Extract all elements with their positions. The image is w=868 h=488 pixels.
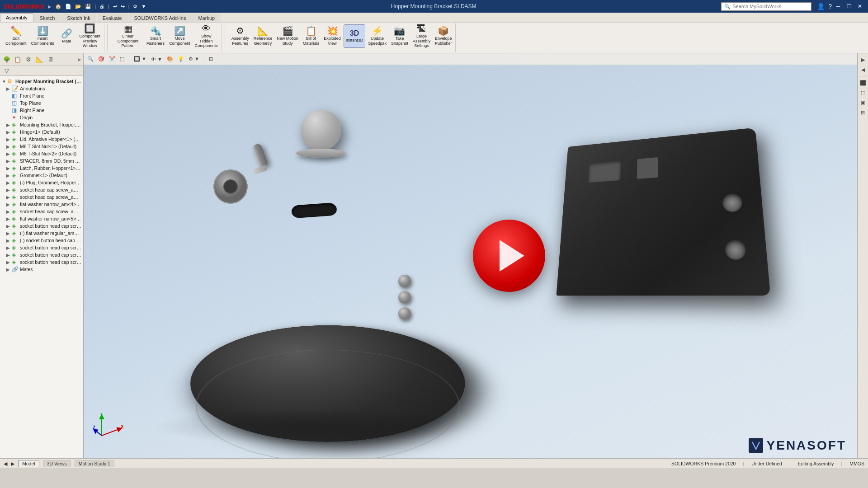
tab-sketch-ink[interactable]: Sketch Ink [61, 14, 96, 22]
undo-btn[interactable]: ↩ [113, 4, 117, 9]
tree-item-spacer[interactable]: ▶ ◈ SPACER, 8mm OD, 5mm LONG, M... [0, 157, 83, 164]
tree-item-button-screw2[interactable]: ▶ ◈ socket button head cap screw_am... [0, 244, 83, 251]
rt-view4-btn[interactable]: ⊞ [859, 108, 868, 117]
exploded-view-btn[interactable]: 💥 ExplodedView [322, 24, 343, 48]
minimize-btn[interactable]: ─ [834, 2, 843, 11]
featuretree-icon[interactable]: 🌳 [2, 55, 12, 65]
button-screw3-toggle[interactable]: ▶ [6, 253, 12, 258]
tree-item-washer4[interactable]: ▶ ◈ flat washer narrow_am<4> (B18.2... [0, 201, 83, 208]
tree-item-right-plane[interactable]: ◨ Right Plane [0, 107, 83, 114]
tab-sketch[interactable]: Sketch [34, 14, 61, 22]
instant3d-btn[interactable]: 3D Instant3D [344, 24, 366, 48]
mate-btn[interactable]: 🔗 Mate [57, 24, 77, 48]
restore-btn[interactable]: ❐ [844, 2, 854, 11]
save-btn[interactable]: 💾 [85, 4, 91, 9]
user-icon[interactable]: 👤 [817, 3, 825, 10]
tree-item-m6nut1[interactable]: ▶ ◈ M6 T-Slot Nut<1> (Default) [0, 143, 83, 150]
redo-btn[interactable]: ↪ [121, 4, 125, 9]
tree-item-top-plane[interactable]: ◫ Top Plane [0, 99, 83, 107]
tree-item-lid[interactable]: ▶ ◈ Lid, Abrasive Hopper<1> (Default... [0, 136, 83, 143]
panel-collapse-arrow[interactable]: ▶ [78, 57, 81, 62]
tab-motion-study-1[interactable]: Motion Study 1 [75, 460, 114, 467]
feature-tree[interactable]: ▼ ⚙ Hopper Mounting Bracket (Default) ▶ … [0, 76, 83, 458]
rt-view2-btn[interactable]: ⬚ [859, 88, 868, 97]
annotations-toggle[interactable]: ▶ [6, 86, 12, 91]
plug-toggle[interactable]: ▶ [6, 180, 12, 185]
new-motion-study-btn[interactable]: 🎬 New MotionStudy [275, 24, 300, 48]
home-btn[interactable]: 🏠 [55, 4, 61, 9]
large-assembly-settings-btn[interactable]: 🏗 LargeAssemblySettings [411, 24, 432, 48]
tree-item-mates[interactable]: ▶ 🔗 Mates [0, 266, 83, 273]
mates-toggle[interactable]: ▶ [6, 267, 12, 272]
tree-item-mounting-bracket[interactable]: ▶ ◈ Mounting Bracket, Hopper, Z-Axis... [0, 121, 83, 128]
smart-fasteners-btn[interactable]: 🔩 SmartFasteners [145, 24, 166, 48]
tree-item-minus-button-screw[interactable]: ▶ ◈ (-) socket button head cap screw_... [0, 237, 83, 244]
spacer-toggle[interactable]: ▶ [6, 159, 12, 164]
tab-evaluate[interactable]: Evaluate [97, 14, 128, 22]
tree-item-grommet[interactable]: ▶ ◈ Grommet<1> (Default) [0, 172, 83, 179]
dimxpertmanager-icon[interactable]: 📐 [34, 55, 44, 65]
tree-item-annotations[interactable]: ▶ 📝 Annotations [0, 85, 83, 92]
button-screw1-toggle[interactable]: ▶ [6, 224, 12, 229]
tree-item-button-screw4[interactable]: ▶ ◈ socket button head cap screw_am... [0, 258, 83, 266]
m6nut2-toggle[interactable]: ▶ [6, 151, 12, 156]
grommet-toggle[interactable]: ▶ [6, 173, 12, 178]
play-button[interactable] [473, 220, 545, 292]
search-input[interactable] [732, 4, 805, 9]
tree-item-latch[interactable]: ▶ ◈ Latch, Rubber, Hopper<1> (Defa... [0, 164, 83, 172]
tree-item-screw5[interactable]: ▶ ◈ socket head cap screw_am<5> (B... [0, 186, 83, 193]
tree-item-front-plane[interactable]: ◧ Front Plane [0, 92, 83, 99]
m6nut1-toggle[interactable]: ▶ [6, 144, 12, 149]
edit-component-btn[interactable]: ✏️ EditComponent [4, 24, 28, 48]
latch-toggle[interactable]: ▶ [6, 166, 12, 171]
tree-item-m6nut2[interactable]: ▶ ◈ M6 T-Slot Nut<2> (Default) [0, 150, 83, 157]
options-btn[interactable]: ⚙ [133, 4, 137, 9]
bottom-scroll-right[interactable]: ▶ [11, 461, 14, 466]
component-preview-btn[interactable]: 🔲 ComponentPreviewWindow [78, 24, 103, 48]
tree-item-plug[interactable]: ▶ ◈ (-) Plug, Grommet, Hopper Lid<3... [0, 179, 83, 186]
new-btn[interactable]: 📄 [65, 4, 71, 9]
tree-item-flat-washer[interactable]: ▶ ◈ (-) flat washer regular_am<2> (B1... [0, 230, 83, 237]
displaymanager-icon[interactable]: 🖥 [45, 55, 55, 65]
lid-toggle[interactable]: ▶ [6, 137, 12, 142]
help-icon[interactable]: ? [828, 3, 832, 10]
screw6-toggle[interactable]: ▶ [6, 195, 12, 200]
take-snapshot-btn[interactable]: 📷 TakeSnapshot [389, 24, 410, 48]
viewport[interactable]: 🔍 🎯 ✂️ ⬚ 🔲 ▼ 👁 ▼ 🎨 💡 ⚙ ▼ ⊞ [84, 53, 857, 458]
close-btn[interactable]: ✕ [855, 2, 864, 11]
tree-root-toggle[interactable]: ▼ [2, 79, 7, 84]
rt-expand-btn[interactable]: ▶ [859, 55, 868, 64]
envelope-publisher-btn[interactable]: 📦 EnvelopePublisher [433, 24, 454, 48]
filter-icon[interactable]: ▽ [2, 66, 12, 76]
open-btn[interactable]: 📂 [75, 4, 81, 9]
screw5-toggle[interactable]: ▶ [6, 188, 12, 192]
screw7-toggle[interactable]: ▶ [6, 209, 12, 214]
configurationmanager-icon[interactable]: ⚙ [24, 55, 33, 65]
show-hidden-components-btn[interactable]: 👁 ShowHiddenComponents [193, 24, 220, 48]
assembly-features-btn[interactable]: ⚙ AssemblyFeatures [230, 24, 251, 48]
move-component-btn[interactable]: ↗️ MoveComponent [167, 24, 192, 48]
button-screw4-toggle[interactable]: ▶ [6, 260, 12, 265]
tree-item-screw7[interactable]: ▶ ◈ socket head cap screw_am<7> (B... [0, 208, 83, 215]
bottom-scroll-left[interactable]: ◀ [4, 461, 7, 466]
tree-item-button-screw1[interactable]: ▶ ◈ socket button head cap screw_am... [0, 222, 83, 230]
mounting-bracket-toggle[interactable]: ▶ [6, 122, 12, 127]
button-screw2-toggle[interactable]: ▶ [6, 245, 12, 250]
linear-component-pattern-btn[interactable]: ▦ Linear ComponentPattern [112, 24, 144, 48]
tree-item-hinge[interactable]: ▶ ◈ Hinge<1> (Default) [0, 128, 83, 136]
rt-view3-btn[interactable]: ▣ [859, 98, 868, 107]
hinge-toggle[interactable]: ▶ [6, 130, 12, 135]
reference-geometry-btn[interactable]: 📐 ReferenceGeometry [252, 24, 274, 48]
bill-of-materials-btn[interactable]: 📋 Bill ofMaterials [301, 24, 321, 48]
tree-item-button-screw3[interactable]: ▶ ◈ socket button head cap screw_am... [0, 251, 83, 258]
washer5-toggle[interactable]: ▶ [6, 216, 12, 221]
tree-root[interactable]: ▼ ⚙ Hopper Mounting Bracket (Default) [0, 78, 83, 85]
flat-washer-toggle[interactable]: ▶ [6, 231, 12, 236]
tab-markup[interactable]: Markup [192, 14, 221, 22]
tree-item-washer5[interactable]: ▶ ◈ flat washer narrow_am<5> (B18.2... [0, 215, 83, 222]
tab-solidworks-addins[interactable]: SOLIDWORKS Add-Ins [128, 14, 192, 22]
search-box[interactable]: 🔍 [721, 2, 811, 11]
minus-button-screw-toggle[interactable]: ▶ [6, 238, 12, 243]
propertymanager-icon[interactable]: 📋 [13, 55, 23, 65]
more-btn[interactable]: ▼ [141, 4, 146, 9]
